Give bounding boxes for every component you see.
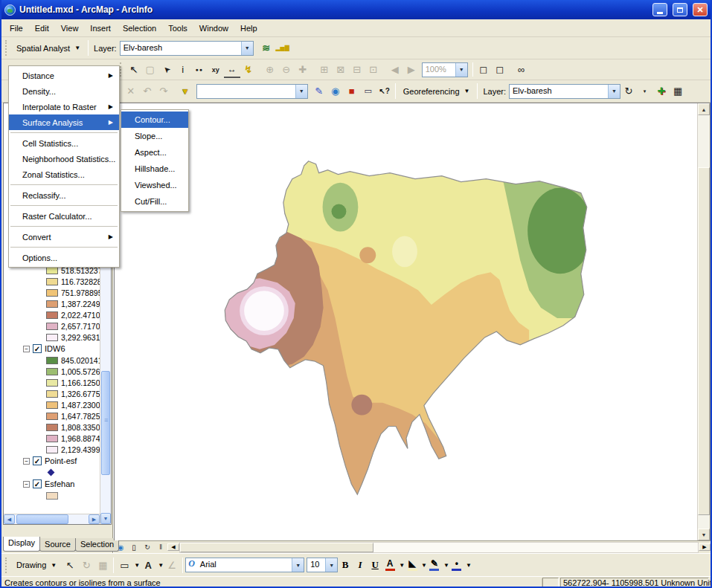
menu-bar-item[interactable]: Help <box>235 22 263 35</box>
go-to-xy-icon[interactable]: xy <box>208 62 224 78</box>
legend-entry[interactable]: 1,647.782526 - <box>4 410 111 421</box>
menu-item[interactable]: Distance ▶ <box>9 68 119 83</box>
hyperlink-icon[interactable]: ↯ <box>240 62 257 78</box>
scroll-down-icon[interactable]: ▼ <box>100 513 111 524</box>
spatial-analyst-menu-button[interactable]: Spatial Analyst ▼ <box>11 42 86 55</box>
editor-task-combobox[interactable]: ▼ <box>196 84 308 99</box>
chevron-down-icon[interactable]: ▼ <box>455 63 467 77</box>
chevron-down-icon[interactable]: ▼ <box>295 85 307 98</box>
scrollbar-thumb[interactable] <box>16 514 68 524</box>
collapse-icon[interactable]: − <box>23 458 30 465</box>
scroll-up-icon[interactable]: ▲ <box>698 103 710 115</box>
legend-entry[interactable]: 1,968.887479 - 2 <box>4 433 111 444</box>
georeferencing-menu-button[interactable]: Georeferencing ▼ <box>398 85 475 98</box>
scrollbar-thumb[interactable] <box>698 167 710 515</box>
menu-item[interactable]: Surface Analysis ▶ <box>9 114 119 130</box>
legend-entry[interactable]: 2,129.439956 - 2 <box>4 444 111 455</box>
bold-button[interactable]: B <box>338 558 353 572</box>
rotate-tool-icon[interactable]: ↻ <box>620 83 637 100</box>
new-text-tool[interactable]: A <box>140 557 156 573</box>
chevron-down-icon[interactable]: ▼ <box>608 85 620 98</box>
chevron-down-icon[interactable]: ▼ <box>421 562 427 569</box>
layer-node-idw6[interactable]: − ✓ IDW6 <box>4 343 111 355</box>
legend-entry[interactable]: 1,166.125096 - <box>4 377 111 388</box>
scrollbar-thumb[interactable] <box>180 543 373 552</box>
select-elements-arrow-icon[interactable]: ↖ <box>62 557 78 573</box>
zoom-in-icon[interactable]: ⊕ <box>262 62 278 78</box>
measure-icon[interactable]: ↔ <box>224 62 240 78</box>
restore-button[interactable] <box>673 3 687 16</box>
legend-entry[interactable]: 1,808.335003 - <box>4 421 111 433</box>
link-table-icon[interactable]: ▦ <box>670 83 686 100</box>
forward-extent-icon[interactable]: ▶ <box>403 62 420 78</box>
layer-node-esfehan[interactable]: − ✓ Esfehan <box>4 478 111 490</box>
legend-entry[interactable]: 1,387.224963 - 2 <box>4 298 111 309</box>
menu-item[interactable]: Cut/Fill... <box>121 193 188 210</box>
layer-visibility-checkbox[interactable]: ✓ <box>33 344 42 353</box>
collapse-icon[interactable]: − <box>23 481 30 488</box>
legend-entry[interactable]: 1,005.572619 - <box>4 366 111 377</box>
chevron-down-icon[interactable]: ▼ <box>134 562 140 569</box>
map-canvas[interactable]: ▲ ▼ <box>114 103 711 540</box>
scrollbar-thumb[interactable] <box>101 371 110 475</box>
layer-visibility-checkbox[interactable]: ✓ <box>33 479 42 488</box>
legend-entry[interactable]: 2,657.717096 - 3 <box>4 320 111 332</box>
scroll-right-icon[interactable]: ▶ <box>89 514 100 524</box>
find-icon[interactable]: ●● <box>191 62 208 78</box>
menu-bar-item[interactable]: File <box>4 22 28 35</box>
edit-vertices-icon[interactable]: ∠ <box>164 557 180 573</box>
globe-layers-icon[interactable]: ◉ <box>327 83 344 100</box>
chevron-down-icon[interactable]: ▼ <box>158 562 164 569</box>
menu-item[interactable]: Density... ▶ <box>9 83 119 99</box>
legend-entry[interactable]: 1,326.677573 - <box>4 388 111 399</box>
scroll-left-icon[interactable]: ◀ <box>4 514 15 524</box>
add-control-points-icon[interactable]: ✚ <box>653 83 670 100</box>
edit-tool-icon[interactable]: ✕ <box>123 83 139 100</box>
tab-selection[interactable]: Selection <box>75 538 119 552</box>
zoom-to-selected-icon[interactable]: ⊠ <box>333 62 349 78</box>
menu-item[interactable]: Viewshed... <box>121 177 188 193</box>
menu-item[interactable]: Raster Calculator... ▶ <box>9 208 119 224</box>
rotate-caret-icon[interactable]: ▾ <box>637 83 653 100</box>
menu-item[interactable]: Options... ▶ <box>9 250 119 265</box>
layout-view-button[interactable]: ▯ <box>127 542 141 553</box>
chevron-down-icon[interactable]: ▼ <box>466 562 472 569</box>
scroll-right-icon[interactable]: ▶ <box>699 543 711 551</box>
layer-visibility-checkbox[interactable]: ✓ <box>33 456 42 465</box>
rotate-elements-icon[interactable]: ↻ <box>78 557 94 573</box>
chevron-down-icon[interactable]: ▼ <box>241 42 253 55</box>
chevron-down-icon[interactable]: ▼ <box>443 562 449 569</box>
legend-entry[interactable]: 1,487.230049 - <box>4 399 111 410</box>
menu-bar-item[interactable]: Window <box>194 22 234 35</box>
menu-bar-item[interactable]: Edit <box>30 22 54 35</box>
fixed-zoom-in-icon[interactable]: ⊟ <box>349 62 365 78</box>
drawing-menu-button[interactable]: Drawing ▼ <box>11 558 62 572</box>
zoom-out-icon[interactable]: ⊖ <box>278 62 295 78</box>
legend-entry[interactable]: 845.0201416 - 1 <box>4 355 111 366</box>
toolbar-grip[interactable] <box>5 40 9 55</box>
menu-item[interactable]: Interpolate to Raster ▶ <box>9 99 119 114</box>
menu-bar-item[interactable]: Tools <box>163 22 193 35</box>
menu-item[interactable]: Convert ▶ <box>9 229 119 245</box>
menu-item[interactable]: Neighborhood Statistics... ▶ <box>9 151 119 167</box>
snap-target-icon[interactable]: ▼ <box>177 83 193 100</box>
viewer-window-icon[interactable]: ◻ <box>475 62 492 78</box>
collapse-icon[interactable]: − <box>23 346 30 352</box>
toolbar-grip[interactable] <box>5 558 9 573</box>
zoom-level-combobox[interactable]: 100% ▼ <box>422 62 468 77</box>
back-extent-icon[interactable]: ◀ <box>387 62 403 78</box>
close-button[interactable]: ✕ <box>693 3 708 16</box>
scroll-down-icon[interactable]: ▼ <box>698 529 710 540</box>
layer-combobox[interactable]: Elv-baresh ▼ <box>120 41 254 56</box>
underline-button[interactable]: U <box>368 558 382 572</box>
undo-icon[interactable]: ↶ <box>139 83 155 100</box>
pan-icon[interactable]: ✚ <box>295 62 311 78</box>
toc-horizontal-scrollbar[interactable]: ◀ ▶ <box>4 514 100 524</box>
chevron-down-icon[interactable]: ▼ <box>399 562 405 569</box>
chevron-down-icon[interactable]: ▼ <box>292 558 304 572</box>
menu-item[interactable]: Slope... <box>121 128 188 144</box>
new-rectangle-tool[interactable]: ▭ <box>116 557 132 573</box>
zoom-graphics-icon[interactable]: ▦ <box>94 557 111 573</box>
menu-bar-item[interactable]: Selection <box>118 22 161 35</box>
histogram-icon[interactable]: ▂▅▇ <box>275 40 291 56</box>
